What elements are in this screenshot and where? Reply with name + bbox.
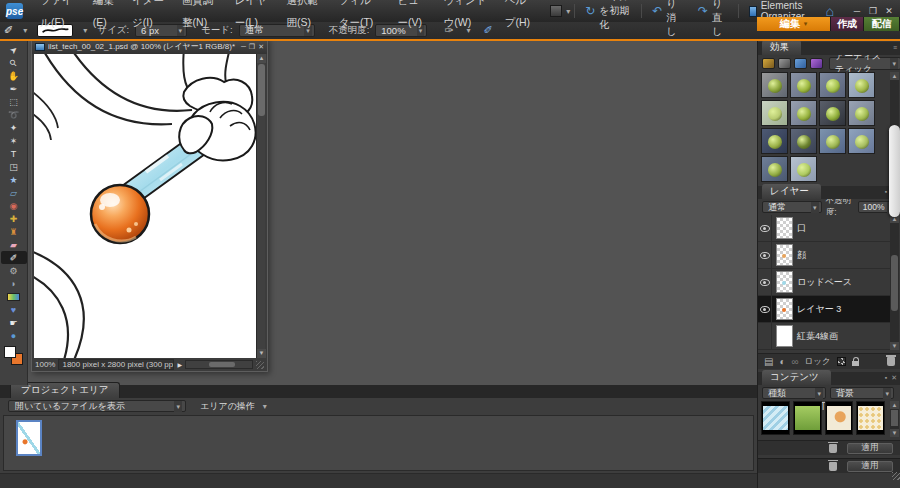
reset-panels-button[interactable]: ↻ パネルを初期化 bbox=[579, 0, 637, 34]
content-panel-tab[interactable]: コンテンツ bbox=[762, 370, 831, 385]
canvas[interactable] bbox=[34, 54, 257, 358]
effect-thumbnail-2[interactable] bbox=[790, 72, 817, 98]
undo-button[interactable]: ↶ 取り消し bbox=[646, 0, 688, 41]
content-thumbnail-blue-zigzag[interactable] bbox=[761, 401, 790, 435]
menu-layer[interactable]: レイヤー(L) bbox=[226, 0, 278, 33]
layer-visibility-toggle[interactable] bbox=[758, 323, 772, 350]
scroll-down-icon[interactable]: ▼ bbox=[890, 429, 899, 437]
show-files-dropdown[interactable]: 開いているファイルを表示 ▾ bbox=[8, 400, 186, 412]
content-filter-dropdown[interactable]: 背景 ▾ bbox=[830, 387, 894, 399]
layer-row[interactable]: レイヤー 3 bbox=[758, 296, 892, 323]
layer-styles-icon[interactable] bbox=[778, 58, 791, 69]
tab-share[interactable]: 配信 bbox=[864, 17, 900, 31]
photo-effects-icon[interactable] bbox=[794, 58, 807, 69]
effects-category-dropdown[interactable]: アーティスティック ▾ bbox=[829, 57, 900, 70]
minimize-button[interactable]: ─ bbox=[850, 4, 864, 18]
tool-paint-bucket[interactable]: ◗ bbox=[1, 277, 27, 290]
redo-button[interactable]: ↷ やり直し bbox=[692, 0, 734, 41]
doc-restore-button[interactable]: ❐ bbox=[249, 42, 255, 51]
layer-visibility-toggle[interactable] bbox=[758, 215, 772, 242]
layer-thumbnail[interactable] bbox=[776, 298, 793, 320]
layers-scrollbar[interactable]: ▲ ▼ bbox=[890, 215, 899, 350]
tool-straighten[interactable]: ▱ bbox=[1, 186, 27, 199]
menu-help[interactable]: ヘルプ(H) bbox=[496, 0, 543, 33]
resize-grip[interactable] bbox=[892, 472, 900, 480]
layer-thumbnail[interactable] bbox=[776, 217, 793, 239]
content-type-dropdown[interactable]: 種類 ▾ bbox=[762, 387, 826, 399]
filters-icon[interactable] bbox=[762, 58, 775, 69]
tool-healing-brush[interactable]: ✚ bbox=[1, 212, 27, 225]
effect-thumbnail-6[interactable] bbox=[790, 100, 817, 126]
effect-thumbnail-5[interactable] bbox=[761, 100, 788, 126]
home-button[interactable]: ⌂ bbox=[820, 4, 840, 18]
layers-scroll-thumb[interactable] bbox=[891, 255, 898, 311]
content-thumbnail-polka-dots[interactable] bbox=[856, 401, 885, 435]
effect-thumbnail-12[interactable] bbox=[848, 128, 875, 154]
effect-thumbnail-4[interactable] bbox=[848, 72, 875, 98]
menu-edit[interactable]: 編集(E) bbox=[84, 0, 123, 33]
tool-blur[interactable]: ● bbox=[1, 329, 27, 342]
layer-visibility-toggle[interactable] bbox=[758, 242, 772, 269]
delete-layer-icon[interactable] bbox=[887, 357, 895, 366]
all-effects-icon[interactable] bbox=[810, 58, 823, 69]
status-arrow-icon[interactable]: ▶ bbox=[177, 361, 182, 368]
content-thumbnail-cream-hand[interactable] bbox=[825, 401, 854, 435]
tool-shape[interactable]: ♥ bbox=[1, 303, 27, 316]
effect-thumbnail-1[interactable] bbox=[761, 72, 788, 98]
tool-gradient[interactable] bbox=[1, 290, 27, 303]
layers-panel-tab[interactable]: レイヤー bbox=[762, 184, 821, 199]
tool-crop[interactable]: ◳ bbox=[1, 160, 27, 173]
tool-brush[interactable]: ✐ bbox=[1, 251, 27, 264]
menu-window[interactable]: ウィンドウ(W) bbox=[435, 0, 496, 33]
vertical-scroll-thumb[interactable] bbox=[258, 64, 265, 116]
effect-thumbnail-7[interactable] bbox=[819, 100, 846, 126]
content-thumbnail-green-grass[interactable] bbox=[793, 401, 822, 435]
tool-marquee[interactable]: ⬚ bbox=[1, 95, 27, 108]
menu-enhance[interactable]: 画質調整(N) bbox=[173, 0, 226, 33]
doc-close-button[interactable]: ✕ bbox=[258, 42, 264, 51]
tool-smart-brush[interactable]: ⚙ bbox=[1, 264, 27, 277]
link-layers-icon[interactable]: ∞ bbox=[792, 356, 799, 368]
effect-thumbnail-8[interactable] bbox=[848, 100, 875, 126]
tool-quick-selection[interactable]: ✦ bbox=[1, 121, 27, 134]
lock-transparency-icon[interactable] bbox=[837, 357, 846, 366]
layer-visibility-toggle[interactable] bbox=[758, 269, 772, 296]
content-scroll-thumb[interactable] bbox=[891, 410, 898, 426]
close-button[interactable]: ✕ bbox=[882, 4, 896, 18]
layer-thumbnail[interactable] bbox=[776, 244, 793, 266]
scroll-up-icon[interactable]: ▲ bbox=[890, 72, 899, 80]
panel-scroll-handle[interactable] bbox=[889, 125, 900, 217]
doc-minimize-button[interactable]: ─ bbox=[241, 42, 246, 51]
horizontal-scroll-thumb[interactable] bbox=[209, 362, 235, 367]
effect-thumbnail-13[interactable] bbox=[761, 156, 788, 182]
chevron-down-icon[interactable]: ▾ bbox=[566, 7, 570, 16]
effect-thumbnail-3[interactable] bbox=[819, 72, 846, 98]
vertical-scrollbar[interactable]: ▲ ▼ bbox=[256, 54, 265, 358]
tool-zoom[interactable]: ⚲ bbox=[1, 56, 27, 69]
scroll-down-icon[interactable]: ▼ bbox=[257, 349, 266, 358]
tool-magic-wand[interactable]: ✶ bbox=[1, 134, 27, 147]
scroll-up-icon[interactable]: ▲ bbox=[257, 54, 266, 63]
chevron-down-icon[interactable]: ▾ bbox=[23, 26, 27, 35]
layer-row[interactable]: ロッドベース bbox=[758, 269, 892, 296]
resize-grip[interactable] bbox=[256, 361, 264, 369]
document-title-bar[interactable]: ilst_tech_00_02_1.psd @ 100% (レイヤー1 RGB/… bbox=[32, 39, 267, 54]
layer-visibility-toggle[interactable] bbox=[758, 296, 772, 323]
blend-mode-dropdown[interactable]: 通常 ▾ bbox=[762, 201, 822, 213]
tool-type[interactable]: T bbox=[1, 147, 27, 160]
menu-view[interactable]: ビュー(V) bbox=[389, 0, 435, 33]
tab-edit[interactable]: 編集 ▾ bbox=[757, 17, 831, 31]
apply-button[interactable]: 適用 bbox=[847, 461, 893, 472]
scroll-down-icon[interactable]: ▼ bbox=[890, 342, 899, 350]
tool-eraser[interactable]: ▰ bbox=[1, 238, 27, 251]
foreground-color-swatch[interactable] bbox=[4, 346, 16, 358]
tool-hand[interactable]: ✋ bbox=[1, 69, 27, 82]
tool-cookie-cutter[interactable]: ★ bbox=[1, 173, 27, 186]
adjustment-layer-icon[interactable]: ◐ bbox=[779, 356, 785, 368]
panel-menu-icon[interactable]: ≡ bbox=[893, 44, 898, 51]
menu-file[interactable]: ファイル(F) bbox=[31, 0, 83, 33]
workspace-layout-icon[interactable] bbox=[550, 5, 562, 17]
tool-lasso[interactable]: ➰ bbox=[1, 108, 27, 121]
apply-button[interactable]: 適用 bbox=[847, 443, 893, 454]
effect-thumbnail-11[interactable] bbox=[819, 128, 846, 154]
